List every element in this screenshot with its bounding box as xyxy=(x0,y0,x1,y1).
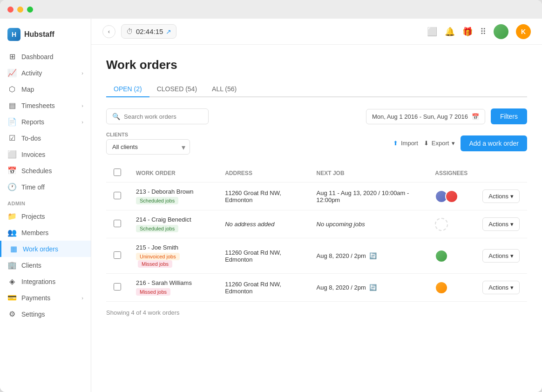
back-button[interactable]: ‹ xyxy=(102,25,115,38)
sidebar-item-label: Reports xyxy=(21,118,44,126)
sidebar-item-timeoff[interactable]: 🕐 Time off xyxy=(0,179,91,195)
clients-select-wrapper: All clients xyxy=(106,139,190,155)
address-cell: 11260 Groat Rd NW, Edmonton xyxy=(217,274,309,302)
row-checkbox[interactable] xyxy=(114,220,121,227)
sidebar-item-payments[interactable]: 💳 Payments › xyxy=(0,290,91,306)
chevron-icon: › xyxy=(81,119,83,125)
sidebar-item-label: Projects xyxy=(21,213,45,220)
gift-icon[interactable]: 🎁 xyxy=(462,27,473,37)
sidebar-item-settings[interactable]: ⚙ Settings xyxy=(0,306,91,322)
sidebar-item-map[interactable]: ⬡ Map xyxy=(0,81,91,97)
actions-button[interactable]: Actions ▾ xyxy=(482,281,520,294)
search-box[interactable]: 🔍 xyxy=(106,108,209,124)
export-label: Export xyxy=(432,140,449,147)
sidebar-item-clients[interactable]: 🏢 Clients xyxy=(0,257,91,273)
bell-icon[interactable]: 🔔 xyxy=(445,27,455,37)
chevron-icon: › xyxy=(81,70,83,76)
col-work-order: Work order xyxy=(129,164,217,182)
sidebar-item-label: Dashboard xyxy=(21,53,54,61)
dashboard-icon: ⊞ xyxy=(7,52,17,61)
timer-display: 02:44:15 xyxy=(136,27,163,35)
sidebar-item-work-orders[interactable]: ▦ Work orders xyxy=(0,241,91,257)
timesheets-icon: ▤ xyxy=(7,101,17,110)
row-checkbox[interactable] xyxy=(114,192,121,199)
actions-button[interactable]: Actions ▾ xyxy=(482,249,520,263)
work-order-name: 215 - Joe Smith xyxy=(136,244,210,251)
col-address: Address xyxy=(217,164,309,182)
timer-icon: ⏱ xyxy=(126,27,133,35)
user-avatar[interactable] xyxy=(494,24,508,39)
add-work-order-button[interactable]: Add a work order xyxy=(461,135,527,151)
sidebar-item-todos[interactable]: ☑ To-dos xyxy=(0,130,91,146)
admin-section-label: ADMIN xyxy=(0,195,91,208)
app-body: H Hubstaff ⊞ Dashboard 📈 Activity › ⬡ Ma… xyxy=(0,19,542,392)
clients-select[interactable]: All clients xyxy=(106,139,190,155)
integrations-icon: ◈ xyxy=(7,277,17,286)
timer-widget[interactable]: ⏱ 02:44:15 ↗ xyxy=(121,24,176,39)
sidebar-item-members[interactable]: 👥 Members xyxy=(0,224,91,241)
clients-label: CLIENTS xyxy=(106,132,190,137)
clients-icon: 🏢 xyxy=(7,261,17,270)
col-next-job: Next job xyxy=(309,164,428,182)
minimize-dot[interactable] xyxy=(17,7,23,13)
sidebar-item-timesheets[interactable]: ▤ Timesheets › xyxy=(0,97,91,114)
actions-button[interactable]: Actions ▾ xyxy=(482,189,520,203)
sidebar-item-schedules[interactable]: 📅 Schedules xyxy=(0,162,91,179)
schedules-icon: 📅 xyxy=(7,166,17,175)
row-checkbox[interactable] xyxy=(114,283,121,291)
sidebar-item-activity[interactable]: 📈 Activity › xyxy=(0,65,91,81)
grid-icon[interactable]: ⠿ xyxy=(480,27,486,37)
work-orders-icon: ▦ xyxy=(9,244,18,253)
tab-all[interactable]: ALL (56) xyxy=(204,81,244,97)
sidebar-item-label: Payments xyxy=(21,294,50,302)
status-badge: Uninvoiced jobs xyxy=(136,253,180,260)
table-body: 213 - Deborah Brown Scheduled jobs 11260… xyxy=(106,182,527,302)
filters-button[interactable]: Filters xyxy=(491,108,527,124)
date-range-picker[interactable]: Mon, Aug 1 2016 - Sun, Aug 7 2016 📅 xyxy=(366,109,485,124)
table-row: 214 - Craig Benedict Scheduled jobs No a… xyxy=(106,210,527,238)
sidebar-item-projects[interactable]: 📁 Projects xyxy=(0,208,91,224)
work-orders-table: Work order Address Next job Assignees xyxy=(106,164,527,302)
sidebar-item-dashboard[interactable]: ⊞ Dashboard xyxy=(0,48,91,65)
next-job-cell: Aug 8, 2020 / 2pm 🔄 xyxy=(309,274,428,302)
members-icon: 👥 xyxy=(7,228,17,237)
actions-label: Actions xyxy=(488,284,508,291)
tab-closed[interactable]: CLOSED (54) xyxy=(149,81,204,97)
main-content: ‹ ⏱ 02:44:15 ↗ ⬜ 🔔 🎁 ⠿ K Work or xyxy=(91,19,542,392)
actions-chevron: ▾ xyxy=(510,252,514,259)
chevron-icon: › xyxy=(81,295,83,301)
sidebar-item-label: Schedules xyxy=(21,167,52,175)
actions-chevron: ▾ xyxy=(510,221,514,228)
import-button[interactable]: ⬆ Import xyxy=(393,140,418,147)
sidebar-item-invoices[interactable]: ⬜ Invoices xyxy=(0,146,91,162)
clients-actions-row: CLIENTS All clients ⬆ Import xyxy=(106,132,527,155)
export-button[interactable]: ⬇ Export ▾ xyxy=(424,140,455,147)
sidebar-item-label: Map xyxy=(21,86,34,93)
account-avatar[interactable]: K xyxy=(516,24,531,39)
reports-icon: 📄 xyxy=(7,117,17,126)
sidebar-item-label: Work orders xyxy=(23,245,58,253)
logo-icon: H xyxy=(7,28,20,41)
tab-open[interactable]: OPEN (2) xyxy=(106,81,149,97)
import-label: Import xyxy=(401,140,418,147)
select-all-checkbox[interactable] xyxy=(114,169,121,176)
screen-icon[interactable]: ⬜ xyxy=(427,27,437,37)
actions-button[interactable]: Actions ▾ xyxy=(482,217,520,231)
close-dot[interactable] xyxy=(7,7,14,13)
assignee-avatar xyxy=(445,190,458,203)
sidebar-item-integrations[interactable]: ◈ Integrations xyxy=(0,273,91,290)
sidebar-item-label: Members xyxy=(21,229,48,237)
work-order-name: 216 - Sarah Williams xyxy=(136,279,210,286)
row-checkbox[interactable] xyxy=(114,251,121,259)
content-area: Work orders OPEN (2) CLOSED (54) ALL (56… xyxy=(91,45,542,392)
timeoff-icon: 🕐 xyxy=(7,182,17,191)
export-icon: ⬇ xyxy=(424,140,429,147)
sidebar-item-label: Clients xyxy=(21,262,41,269)
sidebar-item-reports[interactable]: 📄 Reports › xyxy=(0,114,91,130)
refresh-icon: 🔄 xyxy=(369,252,377,259)
maximize-dot[interactable] xyxy=(27,7,33,13)
search-input[interactable] xyxy=(124,113,203,120)
assignee-avatar xyxy=(435,250,448,263)
assignees-cell xyxy=(435,218,467,231)
next-job-cell: No upcoming jobs xyxy=(309,210,428,238)
